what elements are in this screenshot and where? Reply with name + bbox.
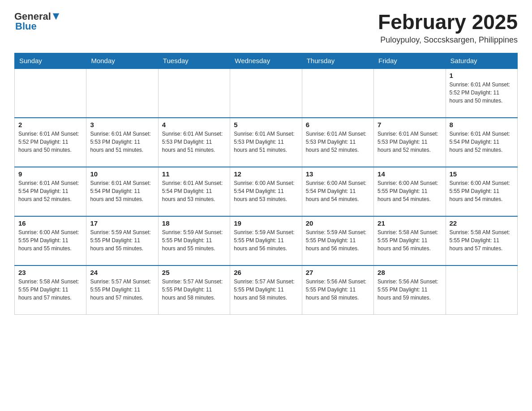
header-monday: Monday (86, 53, 158, 68)
day-info: Sunrise: 6:01 AM Sunset: 5:53 PM Dayligh… (90, 130, 154, 154)
day-info: Sunrise: 5:59 AM Sunset: 5:55 PM Dayligh… (306, 228, 370, 253)
week-row-5: 23Sunrise: 5:58 AM Sunset: 5:55 PM Dayli… (15, 265, 518, 315)
table-row: 21Sunrise: 5:58 AM Sunset: 5:55 PM Dayli… (374, 216, 446, 265)
header-sunday: Sunday (15, 53, 86, 68)
day-info: Sunrise: 6:01 AM Sunset: 5:53 PM Dayligh… (378, 130, 442, 154)
table-row: 18Sunrise: 5:59 AM Sunset: 5:55 PM Dayli… (158, 216, 230, 265)
day-number: 11 (162, 170, 226, 178)
svg-marker-0 (53, 13, 59, 20)
weekday-header-row: Sunday Monday Tuesday Wednesday Thursday… (15, 53, 518, 68)
day-number: 6 (306, 121, 370, 128)
day-number: 8 (450, 121, 514, 128)
day-info: Sunrise: 6:01 AM Sunset: 5:52 PM Dayligh… (18, 130, 82, 154)
day-info: Sunrise: 5:57 AM Sunset: 5:55 PM Dayligh… (234, 278, 298, 302)
day-info: Sunrise: 6:00 AM Sunset: 5:55 PM Dayligh… (18, 228, 82, 253)
day-info: Sunrise: 5:59 AM Sunset: 5:55 PM Dayligh… (234, 228, 298, 253)
table-row (374, 68, 446, 118)
calendar-table: Sunday Monday Tuesday Wednesday Thursday… (14, 53, 518, 315)
day-number: 18 (162, 219, 226, 227)
day-info: Sunrise: 6:01 AM Sunset: 5:54 PM Dayligh… (90, 179, 154, 203)
day-info: Sunrise: 5:58 AM Sunset: 5:55 PM Dayligh… (18, 278, 82, 302)
table-row: 6Sunrise: 6:01 AM Sunset: 5:53 PM Daylig… (302, 118, 373, 167)
day-number: 25 (162, 269, 226, 276)
day-number: 5 (234, 121, 298, 128)
header-thursday: Thursday (302, 53, 373, 68)
day-info: Sunrise: 5:56 AM Sunset: 5:55 PM Dayligh… (306, 278, 370, 302)
day-number: 10 (90, 170, 154, 178)
day-info: Sunrise: 6:00 AM Sunset: 5:55 PM Dayligh… (450, 179, 514, 203)
table-row: 17Sunrise: 5:59 AM Sunset: 5:55 PM Dayli… (86, 216, 158, 265)
logo-icon (52, 13, 60, 21)
table-row: 4Sunrise: 6:01 AM Sunset: 5:53 PM Daylig… (158, 118, 230, 167)
table-row (302, 68, 373, 118)
table-row (446, 265, 517, 315)
table-row: 23Sunrise: 5:58 AM Sunset: 5:55 PM Dayli… (15, 265, 86, 315)
day-number: 15 (450, 170, 514, 178)
table-row: 8Sunrise: 6:01 AM Sunset: 5:54 PM Daylig… (446, 118, 517, 167)
header-wednesday: Wednesday (230, 53, 302, 68)
table-row (158, 68, 230, 118)
header-friday: Friday (374, 53, 446, 68)
table-row: 19Sunrise: 5:59 AM Sunset: 5:55 PM Dayli… (230, 216, 302, 265)
table-row (15, 68, 86, 118)
day-number: 9 (18, 170, 82, 178)
table-row: 1Sunrise: 6:01 AM Sunset: 5:52 PM Daylig… (446, 68, 517, 118)
week-row-2: 2Sunrise: 6:01 AM Sunset: 5:52 PM Daylig… (15, 118, 518, 167)
header-saturday: Saturday (446, 53, 517, 68)
day-info: Sunrise: 6:01 AM Sunset: 5:54 PM Dayligh… (450, 130, 514, 154)
day-info: Sunrise: 6:01 AM Sunset: 5:54 PM Dayligh… (162, 179, 226, 203)
table-row: 7Sunrise: 6:01 AM Sunset: 5:53 PM Daylig… (374, 118, 446, 167)
day-info: Sunrise: 6:01 AM Sunset: 5:53 PM Dayligh… (234, 130, 298, 154)
table-row: 15Sunrise: 6:00 AM Sunset: 5:55 PM Dayli… (446, 167, 517, 216)
day-number: 7 (378, 121, 442, 128)
week-row-4: 16Sunrise: 6:00 AM Sunset: 5:55 PM Dayli… (15, 216, 518, 265)
day-info: Sunrise: 5:58 AM Sunset: 5:55 PM Dayligh… (378, 228, 442, 253)
table-row: 12Sunrise: 6:00 AM Sunset: 5:54 PM Dayli… (230, 167, 302, 216)
table-row: 24Sunrise: 5:57 AM Sunset: 5:55 PM Dayli… (86, 265, 158, 315)
table-row: 25Sunrise: 5:57 AM Sunset: 5:55 PM Dayli… (158, 265, 230, 315)
day-number: 19 (234, 219, 298, 227)
day-number: 17 (90, 219, 154, 227)
day-info: Sunrise: 5:57 AM Sunset: 5:55 PM Dayligh… (90, 278, 154, 302)
table-row: 26Sunrise: 5:57 AM Sunset: 5:55 PM Dayli… (230, 265, 302, 315)
day-number: 26 (234, 269, 298, 276)
day-number: 24 (90, 269, 154, 276)
day-number: 2 (18, 121, 82, 128)
table-row: 13Sunrise: 6:00 AM Sunset: 5:54 PM Dayli… (302, 167, 373, 216)
page-header: General Blue February 2025 Puloypuloy, S… (14, 11, 518, 45)
week-row-3: 9Sunrise: 6:01 AM Sunset: 5:54 PM Daylig… (15, 167, 518, 216)
day-info: Sunrise: 6:00 AM Sunset: 5:55 PM Dayligh… (378, 179, 442, 203)
day-number: 20 (306, 219, 370, 227)
calendar-subtitle: Puloypuloy, Soccsksargen, Philippines (378, 35, 518, 45)
table-row: 22Sunrise: 5:58 AM Sunset: 5:55 PM Dayli… (446, 216, 517, 265)
table-row: 20Sunrise: 5:59 AM Sunset: 5:55 PM Dayli… (302, 216, 373, 265)
day-number: 14 (378, 170, 442, 178)
day-info: Sunrise: 6:01 AM Sunset: 5:53 PM Dayligh… (162, 130, 226, 154)
day-number: 16 (18, 219, 82, 227)
day-info: Sunrise: 5:56 AM Sunset: 5:55 PM Dayligh… (378, 278, 442, 302)
day-number: 3 (90, 121, 154, 128)
table-row: 14Sunrise: 6:00 AM Sunset: 5:55 PM Dayli… (374, 167, 446, 216)
table-row (230, 68, 302, 118)
day-info: Sunrise: 5:59 AM Sunset: 5:55 PM Dayligh… (90, 228, 154, 253)
day-info: Sunrise: 6:00 AM Sunset: 5:54 PM Dayligh… (306, 179, 370, 203)
day-number: 1 (450, 72, 514, 79)
logo-blue: Blue (15, 21, 37, 32)
day-number: 12 (234, 170, 298, 178)
day-number: 28 (378, 269, 442, 276)
day-number: 13 (306, 170, 370, 178)
table-row: 2Sunrise: 6:01 AM Sunset: 5:52 PM Daylig… (15, 118, 86, 167)
table-row: 28Sunrise: 5:56 AM Sunset: 5:55 PM Dayli… (374, 265, 446, 315)
day-number: 21 (378, 219, 442, 227)
day-info: Sunrise: 6:01 AM Sunset: 5:54 PM Dayligh… (18, 179, 82, 203)
week-row-1: 1Sunrise: 6:01 AM Sunset: 5:52 PM Daylig… (15, 68, 518, 118)
day-number: 23 (18, 269, 82, 276)
logo: General Blue (14, 11, 60, 32)
calendar-title: February 2025 (378, 11, 518, 34)
header-tuesday: Tuesday (158, 53, 230, 68)
day-info: Sunrise: 5:59 AM Sunset: 5:55 PM Dayligh… (162, 228, 226, 253)
table-row: 11Sunrise: 6:01 AM Sunset: 5:54 PM Dayli… (158, 167, 230, 216)
table-row: 5Sunrise: 6:01 AM Sunset: 5:53 PM Daylig… (230, 118, 302, 167)
day-info: Sunrise: 6:01 AM Sunset: 5:53 PM Dayligh… (306, 130, 370, 154)
day-info: Sunrise: 5:58 AM Sunset: 5:55 PM Dayligh… (450, 228, 514, 253)
